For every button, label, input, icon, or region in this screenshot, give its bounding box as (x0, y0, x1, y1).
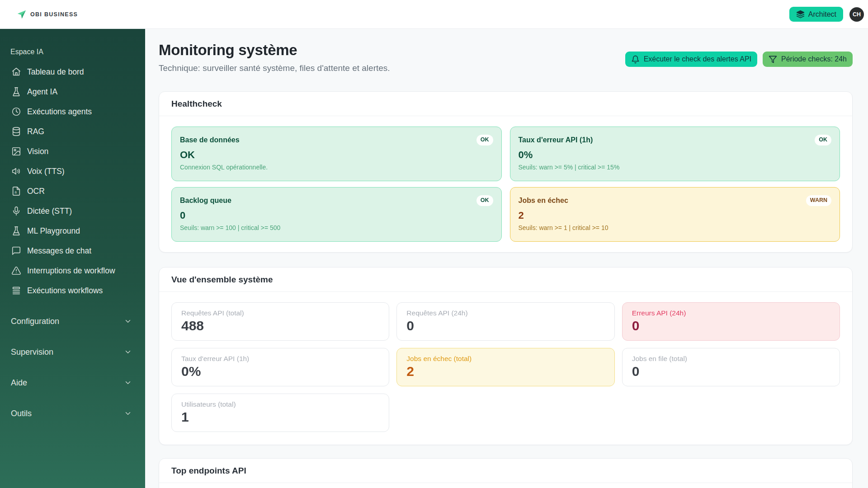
sidebar-group-label: Supervision (11, 347, 53, 357)
metric-value: 0% (181, 364, 380, 379)
status-sub: Seuils: warn >= 5% | critical >= 15% (519, 164, 832, 171)
page-subtitle: Technique: surveiller santé système, fil… (159, 63, 390, 73)
status-badge: OK (815, 135, 831, 145)
sidebar-item-label: OCR (27, 187, 45, 196)
metric-jobs-en-file-total: Jobs en file (total) 0 (622, 348, 840, 386)
metric-value: 1 (181, 409, 380, 425)
sidebar-item-rag[interactable]: RAG (0, 122, 145, 141)
overview-card: Vue d'ensemble système Requêtes API (tot… (159, 267, 853, 445)
metric-label: Jobs en file (total) (632, 355, 830, 363)
sidebar-item-voix-tts[interactable]: Voix (TTS) (0, 161, 145, 181)
metric-label: Utilisateurs (total) (181, 400, 380, 408)
sidebar-group-outils[interactable]: Outils (0, 404, 145, 423)
sidebar-item-messages-de-chat[interactable]: Messages de chat (0, 241, 145, 261)
chevron-down-icon (124, 348, 132, 356)
run-alert-check-button[interactable]: Exécuter le check des alertes API (625, 52, 757, 67)
image-icon (11, 146, 21, 156)
status-value: 0 (180, 210, 493, 221)
avatar[interactable]: CH (849, 7, 864, 22)
sidebar-item-executions-workflows[interactable]: Exécutions workflows (0, 281, 145, 300)
status-badge: WARN (806, 195, 831, 206)
status-badge: OK (476, 195, 493, 206)
metric-taux-erreur-api-1h: Taux d'erreur API (1h) 0% (171, 348, 389, 386)
clock-icon (11, 107, 21, 117)
chevron-down-icon (124, 317, 132, 325)
healthcheck-card: Healthcheck Base de données OK OK Connex… (159, 91, 853, 253)
run-alert-check-label: Exécuter le check des alertes API (644, 55, 751, 63)
sidebar-item-dictee-stt[interactable]: Dictée (STT) (0, 201, 145, 221)
sidebar-item-label: Messages de chat (27, 246, 91, 256)
sidebar-item-label: Tableau de bord (27, 67, 84, 77)
document-a-icon: a (11, 186, 21, 196)
endpoints-card: Top endpoints API (159, 458, 853, 488)
metric-erreurs-api-24h: Erreurs API (24h) 0 (622, 302, 840, 341)
sidebar-item-ocr[interactable]: a OCR (0, 181, 145, 201)
metric-label: Requêtes API (24h) (406, 309, 605, 317)
chat-icon (11, 246, 21, 256)
sidebar-item-label: ML Playground (27, 226, 80, 236)
architect-button[interactable]: Architect (789, 7, 843, 22)
status-sub: Seuils: warn >= 100 | critical >= 500 (180, 224, 493, 231)
metric-requetes-api-total: Requêtes API (total) 488 (171, 302, 389, 341)
sidebar-item-vision[interactable]: Vision (0, 141, 145, 161)
sidebar-item-label: Voix (TTS) (27, 167, 65, 176)
metric-jobs-en-echec-total: Jobs en échec (total) 2 (396, 348, 614, 386)
brand-name: OBI BUSINESS (30, 11, 78, 18)
page-title: Monitoring système (159, 41, 390, 60)
sidebar-group-label: Configuration (11, 317, 59, 326)
sidebar-group-configuration[interactable]: Configuration (0, 311, 145, 331)
sidebar-group-aide[interactable]: Aide (0, 373, 145, 393)
sidebar-item-label: Agent IA (27, 87, 57, 97)
sidebar-item-label: Dictée (STT) (27, 206, 72, 216)
main-content: Monitoring système Technique: surveiller… (145, 29, 868, 488)
sidebar-group-label: Aide (11, 378, 27, 388)
sidebar: Espace IA Tableau de bord Agent IA Exécu… (0, 29, 145, 488)
status-value: OK (180, 149, 493, 161)
sidebar-item-tableau-de-bord[interactable]: Tableau de bord (0, 62, 145, 82)
overview-title: Vue d'ensemble système (159, 267, 852, 292)
metric-label: Erreurs API (24h) (632, 309, 830, 317)
microphone-icon (11, 206, 21, 216)
sidebar-item-agent-ia[interactable]: Agent IA (0, 82, 145, 102)
sidebar-item-interruptions-workflow[interactable]: Interruptions de workflow (0, 261, 145, 281)
metric-label: Taux d'erreur API (1h) (181, 355, 380, 363)
brand: OBI BUSINESS (17, 9, 78, 19)
metric-value: 0 (632, 318, 830, 333)
status-label: Taux d'erreur API (1h) (519, 136, 593, 144)
status-badge: OK (476, 135, 493, 145)
status-card-taux-erreur-api: Taux d'erreur API (1h) OK 0% Seuils: war… (510, 127, 840, 181)
status-label: Base de données (180, 136, 240, 144)
sidebar-item-executions-agents[interactable]: Exécutions agents (0, 102, 145, 122)
flask-icon (11, 226, 21, 236)
sidebar-section-label: Espace IA (0, 29, 145, 62)
sidebar-item-label: RAG (27, 127, 44, 136)
metric-value: 2 (406, 364, 605, 379)
flask-icon (11, 87, 21, 97)
metric-utilisateurs-total: Utilisateurs (total) 1 (171, 394, 389, 432)
metric-value: 488 (181, 318, 380, 333)
status-label: Jobs en échec (519, 197, 568, 205)
sidebar-item-label: Exécutions agents (27, 107, 92, 117)
endpoints-title: Top endpoints API (159, 459, 852, 483)
metric-requetes-api-24h: Requêtes API (24h) 0 (396, 302, 614, 341)
sidebar-item-ml-playground[interactable]: ML Playground (0, 221, 145, 241)
sidebar-item-label: Exécutions workflows (27, 286, 103, 296)
warning-triangle-icon (11, 266, 21, 276)
status-value: 2 (519, 210, 832, 221)
sidebar-item-label: Vision (27, 147, 48, 156)
bell-icon (631, 55, 640, 64)
svg-text:a: a (14, 190, 17, 194)
status-card-base-de-donnees: Base de données OK OK Connexion SQL opér… (171, 127, 502, 181)
metric-value: 0 (406, 318, 605, 333)
sidebar-group-supervision[interactable]: Supervision (0, 342, 145, 362)
brand-logo-icon (17, 9, 27, 19)
database-icon (11, 127, 21, 136)
metric-label: Requêtes API (total) (181, 309, 380, 317)
chevron-down-icon (124, 409, 132, 418)
metric-label: Jobs en échec (total) (406, 355, 605, 363)
status-card-backlog-queue: Backlog queue OK 0 Seuils: warn >= 100 |… (171, 187, 502, 242)
topbar: OBI BUSINESS Architect CH (0, 0, 868, 29)
sidebar-group-label: Outils (11, 409, 32, 418)
period-checks-button[interactable]: Période checks: 24h (763, 52, 853, 67)
home-icon (11, 67, 21, 77)
